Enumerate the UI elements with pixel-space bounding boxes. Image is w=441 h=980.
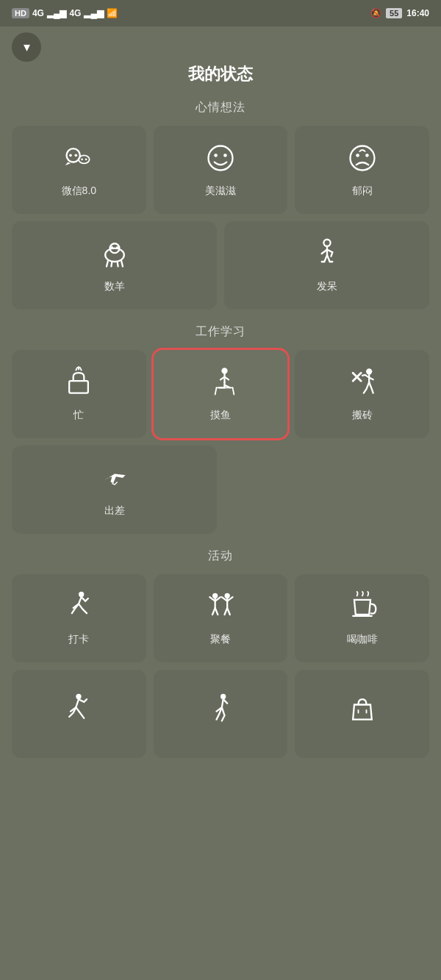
status-left: HD 4G ▂▄▆ 4G ▂▄▆ 📶	[12, 8, 118, 18]
svg-point-22	[221, 368, 227, 373]
item-sheep-label: 数羊	[104, 280, 125, 293]
section-activity: 活动 打卡	[0, 548, 441, 758]
slack-icon	[204, 366, 237, 403]
section-work: 工作学习 忙	[0, 324, 441, 534]
sulk-icon	[346, 142, 379, 179]
section-work-title: 工作学习	[0, 324, 441, 340]
item-busy-label: 忙	[74, 409, 84, 422]
item-happy-label: 美滋滋	[205, 185, 236, 198]
item-business-label: 出差	[104, 504, 125, 518]
svg-point-7	[214, 154, 218, 157]
svg-point-8	[223, 154, 227, 157]
page-title: 我的状态	[0, 26, 441, 100]
status-bar: HD 4G ▂▄▆ 4G ▂▄▆ 📶 🔕 55 16:40	[0, 0, 441, 26]
sheep-icon	[98, 237, 131, 274]
svg-point-15	[115, 246, 118, 249]
party-icon	[204, 590, 237, 627]
signal-bars-2: ▂▄▆	[84, 8, 104, 18]
svg-line-18	[117, 262, 118, 266]
item-checkin-label: 打卡	[68, 633, 89, 646]
item-coffee[interactable]: 喝咖啡	[295, 574, 429, 662]
svg-point-11	[365, 154, 369, 157]
svg-point-23	[366, 368, 372, 374]
business-icon	[98, 462, 131, 498]
item-wechat-label: 微信8.0	[62, 185, 96, 198]
svg-point-0	[67, 149, 80, 162]
svg-point-10	[356, 154, 359, 157]
item-wechat[interactable]: 微信8.0	[12, 126, 146, 214]
svg-point-12	[105, 248, 124, 262]
svg-line-16	[107, 261, 108, 266]
bell-icon: 🔕	[370, 8, 381, 18]
back-button[interactable]	[12, 32, 41, 62]
wifi-icon: 📶	[107, 8, 118, 18]
wechat-icon	[62, 142, 95, 179]
svg-point-2	[75, 154, 78, 157]
section-mood-title: 心情想法	[0, 100, 441, 115]
section-mood: 心情想法 微信8.0	[0, 100, 441, 310]
mood-grid: 微信8.0 美滋滋	[0, 126, 441, 310]
item-business[interactable]: 出差	[12, 446, 217, 534]
battery-indicator: 55	[386, 8, 402, 18]
item-slack[interactable]: 摸鱼	[154, 350, 288, 438]
status-right: 🔕 55 16:40	[370, 8, 429, 18]
svg-rect-21	[69, 381, 88, 393]
item-checkin[interactable]: 打卡	[12, 574, 146, 662]
item-moving[interactable]: 搬砖	[295, 350, 429, 438]
item-slack-label: 摸鱼	[210, 409, 231, 422]
moving-icon	[346, 366, 379, 403]
signal-4g-1: 4G	[32, 8, 44, 18]
svg-point-14	[110, 246, 113, 249]
shopping-icon	[346, 693, 379, 729]
checkin-icon	[62, 590, 95, 627]
daze-icon	[311, 237, 343, 274]
hd-badge: HD	[12, 8, 29, 18]
item-run[interactable]	[12, 670, 146, 758]
svg-point-6	[208, 146, 232, 171]
item-happy[interactable]: 美滋滋	[154, 126, 288, 214]
item-party-label: 聚餐	[210, 633, 231, 646]
work-grid: 忙 摸鱼	[0, 350, 441, 534]
signal-bars-1: ▂▄▆	[47, 8, 67, 18]
item-sheep[interactable]: 数羊	[12, 221, 217, 310]
item-daze[interactable]: 发呆	[224, 221, 429, 310]
activity-grid: 打卡 聚餐	[0, 574, 441, 758]
svg-line-17	[111, 262, 112, 266]
item-busy[interactable]: 忙	[12, 350, 146, 438]
walk-icon	[204, 693, 237, 729]
item-walk[interactable]	[154, 670, 288, 758]
coffee-icon	[346, 590, 379, 627]
item-shopping[interactable]	[295, 670, 429, 758]
item-sulk[interactable]: 郁闷	[295, 126, 429, 214]
item-moving-label: 搬砖	[352, 409, 373, 422]
svg-point-5	[85, 158, 87, 160]
item-party[interactable]: 聚餐	[154, 574, 288, 662]
busy-icon	[62, 366, 95, 403]
item-daze-label: 发呆	[317, 280, 337, 293]
svg-point-4	[82, 158, 84, 160]
svg-point-20	[323, 240, 330, 246]
happy-icon	[204, 142, 237, 179]
svg-line-19	[121, 261, 123, 266]
signal-4g-2: 4G	[69, 8, 81, 18]
section-activity-title: 活动	[0, 548, 441, 564]
item-coffee-label: 喝咖啡	[347, 633, 378, 646]
run-icon	[62, 693, 95, 729]
svg-point-1	[69, 154, 72, 157]
svg-point-3	[79, 155, 90, 163]
time-display: 16:40	[406, 8, 429, 18]
item-sulk-label: 郁闷	[352, 185, 373, 198]
